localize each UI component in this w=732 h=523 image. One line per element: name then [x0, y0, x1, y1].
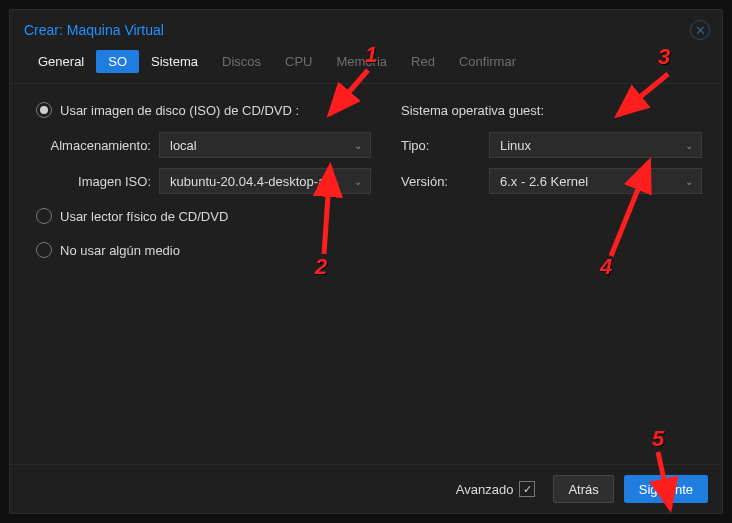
- radio-use-physical-row[interactable]: Usar lector físico de CD/DVD: [36, 204, 371, 228]
- version-label: Versión:: [401, 174, 489, 189]
- dialog-footer: Avanzado ✓ Atrás Siguiente: [10, 464, 722, 513]
- chevron-down-icon: ⌄: [354, 140, 362, 151]
- advanced-checkbox[interactable]: ✓: [519, 481, 535, 497]
- radio-use-physical-label: Usar lector físico de CD/DVD: [60, 209, 228, 224]
- radio-use-iso-label: Usar imagen de disco (ISO) de CD/DVD :: [60, 103, 299, 118]
- dialog-title: Crear: Maquina Virtual: [24, 22, 164, 38]
- close-icon[interactable]: ✕: [690, 20, 710, 40]
- tab-sistema[interactable]: Sistema: [139, 50, 210, 73]
- radio-use-physical[interactable]: [36, 208, 52, 224]
- chevron-down-icon: ⌄: [354, 176, 362, 187]
- advanced-label: Avanzado: [456, 482, 514, 497]
- radio-use-iso[interactable]: [36, 102, 52, 118]
- storage-label: Almacenamiento:: [36, 138, 159, 153]
- type-label: Tipo:: [401, 138, 489, 153]
- dialog-titlebar: Crear: Maquina Virtual ✕: [10, 10, 722, 48]
- tab-general[interactable]: General: [26, 50, 96, 73]
- guest-os-title: Sistema operativa guest:: [401, 103, 544, 118]
- version-value: 6.x - 2.6 Kernel: [500, 174, 588, 189]
- radio-use-iso-row[interactable]: Usar imagen de disco (ISO) de CD/DVD :: [36, 98, 371, 122]
- back-button-label: Atrás: [568, 482, 598, 497]
- next-button[interactable]: Siguiente: [624, 475, 708, 503]
- iso-value: kubuntu-20.04.4-desktop-amd64: [170, 174, 348, 189]
- tab-cpu: CPU: [273, 50, 324, 73]
- storage-select[interactable]: local ⌄: [159, 132, 371, 158]
- tab-confirmar: Confirmar: [447, 50, 528, 73]
- advanced-toggle[interactable]: Avanzado ✓: [456, 481, 536, 497]
- chevron-down-icon: ⌄: [685, 176, 693, 187]
- radio-use-none-row[interactable]: No usar algún medio: [36, 238, 371, 262]
- chevron-down-icon: ⌄: [685, 140, 693, 151]
- iso-label: Imagen ISO:: [36, 174, 159, 189]
- type-select[interactable]: Linux ⌄: [489, 132, 702, 158]
- back-button[interactable]: Atrás: [553, 475, 613, 503]
- tab-memoria: Memoria: [324, 50, 399, 73]
- radio-use-none[interactable]: [36, 242, 52, 258]
- storage-value: local: [170, 138, 197, 153]
- tab-so[interactable]: SO: [96, 50, 139, 73]
- next-button-label: Siguiente: [639, 482, 693, 497]
- tab-discos: Discos: [210, 50, 273, 73]
- media-column: Usar imagen de disco (ISO) de CD/DVD : A…: [36, 98, 371, 464]
- tab-red: Red: [399, 50, 447, 73]
- guest-os-column: Sistema operativa guest: Tipo: Linux ⌄ V…: [401, 98, 702, 464]
- wizard-tabs: General SO Sistema Discos CPU Memoria Re…: [10, 48, 722, 84]
- version-select[interactable]: 6.x - 2.6 Kernel ⌄: [489, 168, 702, 194]
- iso-select[interactable]: kubuntu-20.04.4-desktop-amd64 ⌄: [159, 168, 371, 194]
- radio-use-none-label: No usar algún medio: [60, 243, 180, 258]
- create-vm-dialog: Crear: Maquina Virtual ✕ General SO Sist…: [9, 9, 723, 514]
- type-value: Linux: [500, 138, 531, 153]
